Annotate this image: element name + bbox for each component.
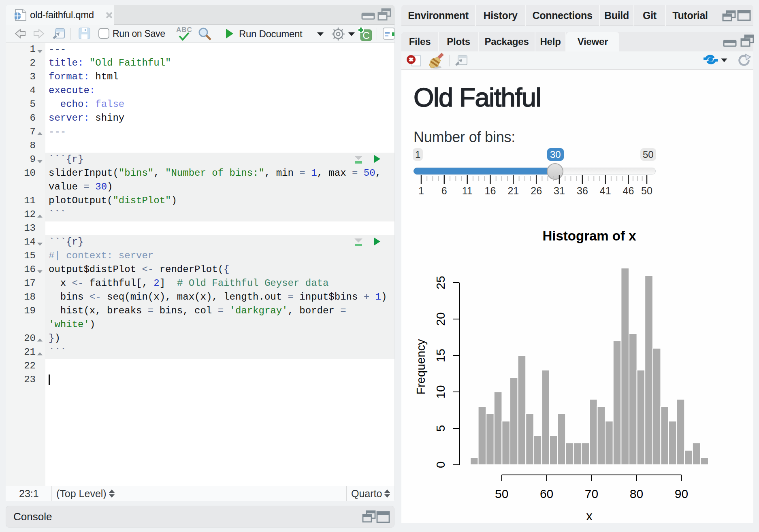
- svg-text:25: 25: [434, 276, 447, 289]
- svg-text:41: 41: [600, 185, 611, 196]
- svg-text:60: 60: [540, 487, 553, 500]
- svg-text:15: 15: [434, 349, 447, 362]
- svg-text:6: 6: [441, 185, 447, 196]
- svg-text:50: 50: [495, 487, 508, 500]
- svg-text:0: 0: [434, 462, 447, 468]
- svg-text:x: x: [586, 509, 593, 523]
- svg-text:80: 80: [630, 487, 643, 500]
- svg-text:46: 46: [623, 185, 634, 196]
- svg-text:16: 16: [485, 185, 496, 196]
- svg-text:26: 26: [531, 185, 542, 196]
- svg-text:90: 90: [675, 487, 688, 500]
- svg-text:10: 10: [434, 385, 447, 398]
- svg-text:70: 70: [585, 487, 598, 500]
- svg-text:31: 31: [554, 185, 565, 196]
- svg-text:36: 36: [577, 185, 588, 196]
- svg-text:50: 50: [641, 185, 652, 196]
- svg-text:21: 21: [507, 185, 519, 196]
- svg-text:Histogram of x: Histogram of x: [542, 228, 636, 243]
- svg-text:C: C: [362, 30, 369, 41]
- svg-text:5: 5: [434, 425, 447, 432]
- svg-text:11: 11: [462, 185, 473, 196]
- svg-text:Frequency: Frequency: [414, 339, 427, 395]
- svg-text:1: 1: [418, 185, 424, 196]
- svg-text:20: 20: [434, 312, 447, 326]
